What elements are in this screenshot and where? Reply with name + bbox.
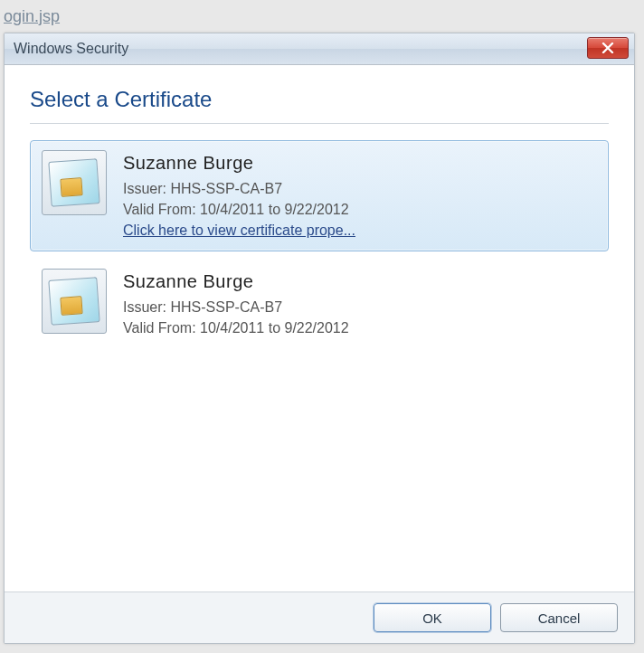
- valid-label: Valid From:: [123, 202, 196, 217]
- certificate-info: Suzanne Burge Issuer: HHS-SSP-CA-B7 Vali…: [123, 269, 597, 338]
- close-icon: [601, 43, 614, 53]
- windows-security-dialog: Windows Security Select a Certificate: [4, 33, 635, 644]
- ok-button[interactable]: OK: [374, 603, 491, 632]
- divider: [30, 123, 609, 124]
- certificate-name: Suzanne Burge: [123, 269, 597, 295]
- certificate-issuer: Issuer: HHS-SSP-CA-B7: [123, 178, 597, 199]
- smartcard-icon: [42, 269, 107, 334]
- dialog-button-bar: OK Cancel: [5, 591, 634, 643]
- certificate-issuer: Issuer: HHS-SSP-CA-B7: [123, 297, 597, 317]
- valid-value: 10/4/2011 to 9/22/2012: [200, 320, 349, 336]
- valid-value: 10/4/2011 to 9/22/2012: [200, 202, 349, 217]
- certificate-list: Suzanne Burge Issuer: HHS-SSP-CA-B7 Vali…: [30, 140, 609, 348]
- certificate-validity: Valid From: 10/4/2011 to 9/22/2012: [123, 199, 597, 220]
- view-certificate-properties-link[interactable]: Click here to view certificate prope...: [123, 220, 597, 241]
- issuer-value: HHS-SSP-CA-B7: [170, 299, 282, 315]
- page-crumb: ogin.jsp: [0, 0, 644, 30]
- close-button[interactable]: [587, 37, 629, 59]
- certificate-item[interactable]: Suzanne Burge Issuer: HHS-SSP-CA-B7 Vali…: [30, 259, 609, 348]
- issuer-label: Issuer:: [123, 181, 166, 196]
- dialog-titlebar: Windows Security: [5, 33, 634, 65]
- issuer-value: HHS-SSP-CA-B7: [170, 181, 282, 196]
- certificate-item[interactable]: Suzanne Burge Issuer: HHS-SSP-CA-B7 Vali…: [30, 140, 609, 251]
- valid-label: Valid From:: [123, 320, 196, 336]
- dialog-title: Windows Security: [14, 41, 128, 57]
- certificate-name: Suzanne Burge: [123, 150, 597, 176]
- cancel-button[interactable]: Cancel: [500, 603, 618, 632]
- smartcard-icon: [42, 150, 107, 215]
- dialog-heading: Select a Certificate: [30, 87, 609, 112]
- certificate-validity: Valid From: 10/4/2011 to 9/22/2012: [123, 317, 597, 338]
- issuer-label: Issuer:: [123, 299, 166, 315]
- certificate-info: Suzanne Burge Issuer: HHS-SSP-CA-B7 Vali…: [123, 150, 597, 241]
- dialog-body: Select a Certificate Suzanne Burge Issue…: [5, 65, 634, 591]
